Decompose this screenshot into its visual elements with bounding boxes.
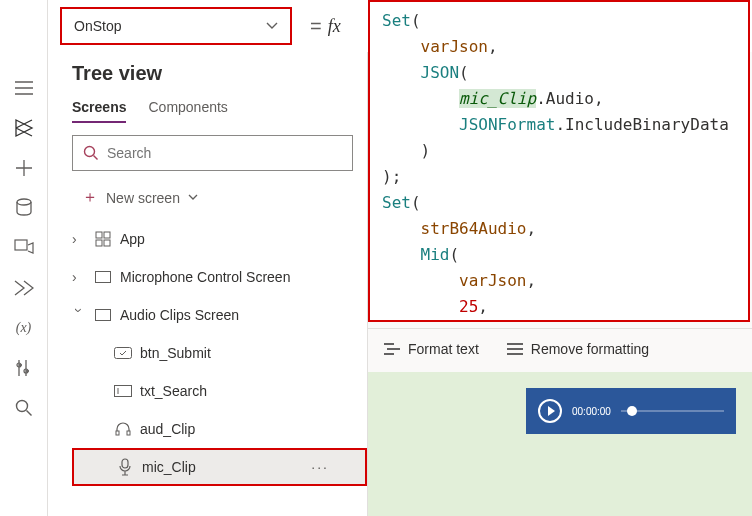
remove-format-icon: [507, 342, 523, 356]
tree-view-icon[interactable]: [14, 118, 34, 138]
svg-rect-12: [115, 348, 132, 359]
more-icon[interactable]: ···: [311, 459, 329, 475]
svg-point-0: [17, 199, 31, 205]
search-nav-icon[interactable]: [14, 398, 34, 418]
power-automate-icon[interactable]: [14, 278, 34, 298]
tree-item-label: App: [120, 231, 145, 247]
search-input[interactable]: [107, 145, 342, 161]
formula-editor[interactable]: Set( varJson, JSON( mic_Clip.Audio, JSON…: [368, 0, 750, 322]
button-icon: [114, 347, 132, 359]
audio-player[interactable]: 00:00:00: [526, 388, 736, 434]
tree-item-label: mic_Clip: [142, 459, 196, 475]
property-dropdown[interactable]: OnStop: [60, 7, 292, 45]
audio-time: 00:00:00: [572, 406, 611, 417]
tree-item-screen[interactable]: › Microphone Control Screen: [72, 258, 367, 296]
headphones-icon: [114, 422, 132, 436]
tree-item-screen[interactable]: › Audio Clips Screen: [72, 296, 367, 334]
property-dropdown-value: OnStop: [74, 18, 121, 34]
tree-item-microphone[interactable]: mic_Clip ···: [72, 448, 367, 486]
tree-view-panel: Tree view Screens Components ＋ New scree…: [48, 52, 368, 516]
svg-rect-11: [96, 310, 111, 321]
format-text-label: Format text: [408, 341, 479, 357]
tree-item-label: aud_Clip: [140, 421, 195, 437]
formula-toolbar: Format text Remove formatting: [368, 328, 752, 368]
svg-rect-9: [104, 240, 110, 246]
screen-icon: [94, 309, 112, 321]
audio-slider[interactable]: [621, 410, 724, 412]
svg-rect-1: [15, 240, 27, 250]
tree-item-label: btn_Submit: [140, 345, 211, 361]
tree-item-app[interactable]: › App: [72, 220, 367, 258]
media-icon[interactable]: [14, 238, 34, 258]
tree-item-button[interactable]: btn_Submit: [72, 334, 367, 372]
svg-rect-6: [96, 232, 102, 238]
equals-sign: =: [310, 15, 322, 38]
fx-label: fx: [328, 16, 341, 37]
tab-screens[interactable]: Screens: [72, 99, 126, 123]
format-text-button[interactable]: Format text: [384, 341, 479, 357]
search-icon: [83, 145, 99, 161]
canvas-preview: 00:00:00: [368, 372, 752, 516]
app-icon: [94, 231, 112, 247]
svg-rect-14: [116, 431, 119, 435]
tree-view-title: Tree view: [72, 62, 367, 85]
chevron-down-icon: [266, 22, 278, 30]
tree-item-textinput[interactable]: txt_Search: [72, 372, 367, 410]
microphone-icon: [116, 458, 134, 476]
tree-item-label: txt_Search: [140, 383, 207, 399]
svg-rect-15: [127, 431, 130, 435]
plus-icon: ＋: [82, 187, 98, 208]
svg-rect-13: [115, 386, 132, 397]
insert-icon[interactable]: [14, 158, 34, 178]
tab-components[interactable]: Components: [148, 99, 227, 123]
remove-formatting-button[interactable]: Remove formatting: [507, 341, 649, 357]
hamburger-icon[interactable]: [14, 78, 34, 98]
tree-item-audio[interactable]: aud_Clip: [72, 410, 367, 448]
variables-icon[interactable]: (x): [14, 318, 34, 338]
left-nav: (x): [0, 0, 48, 516]
play-icon[interactable]: [538, 399, 562, 423]
svg-rect-8: [96, 240, 102, 246]
new-screen-label: New screen: [106, 190, 180, 206]
new-screen-button[interactable]: ＋ New screen: [72, 181, 367, 214]
canvas-area: Set( varJson, JSON( mic_Clip.Audio, JSON…: [368, 52, 752, 516]
chevron-down-icon: ›: [71, 308, 87, 322]
svg-rect-16: [122, 459, 128, 468]
data-icon[interactable]: [14, 198, 34, 218]
chevron-right-icon: ›: [72, 231, 86, 247]
svg-rect-7: [104, 232, 110, 238]
svg-point-4: [16, 401, 27, 412]
tree-item-label: Audio Clips Screen: [120, 307, 239, 323]
tree-search[interactable]: [72, 135, 353, 171]
svg-point-5: [85, 147, 95, 157]
screen-icon: [94, 271, 112, 283]
advanced-tools-icon[interactable]: [14, 358, 34, 378]
chevron-down-icon: [188, 194, 198, 201]
format-icon: [384, 342, 400, 356]
textinput-icon: [114, 385, 132, 397]
tree-item-label: Microphone Control Screen: [120, 269, 290, 285]
chevron-right-icon: ›: [72, 269, 86, 285]
remove-formatting-label: Remove formatting: [531, 341, 649, 357]
svg-rect-10: [96, 272, 111, 283]
